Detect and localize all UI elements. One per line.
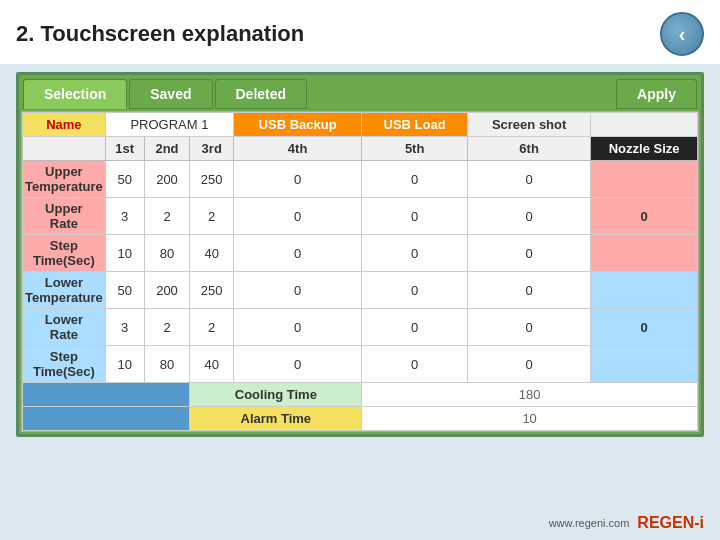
lower-step-nozzle [591,346,698,383]
upper-temp-1[interactable]: 50 [105,161,144,198]
lower-rate-4[interactable]: 0 [233,309,361,346]
footer: www.regeni.com REGEN-i [549,514,704,532]
upper-step-label: StepTime(Sec) [23,235,106,272]
back-arrow-icon: ‹ [679,23,686,46]
table-outer: Selection Saved Deleted Apply Name PROGR… [16,72,704,437]
upper-step-3[interactable]: 40 [190,235,234,272]
upper-rate-row: UpperRate 3 2 2 0 0 0 0 [23,198,698,235]
lower-rate-5[interactable]: 0 [362,309,468,346]
usb-load-button[interactable]: USB Load [362,113,468,137]
tab-deleted[interactable]: Deleted [215,79,308,109]
upper-temp-5[interactable]: 0 [362,161,468,198]
lower-step-label: StepTime(Sec) [23,346,106,383]
program-name: PROGRAM 1 [105,113,233,137]
upper-temp-6[interactable]: 0 [468,161,591,198]
upper-step-2[interactable]: 80 [144,235,190,272]
upper-rate-3[interactable]: 2 [190,198,234,235]
lower-step-row: StepTime(Sec) 10 80 40 0 0 0 [23,346,698,383]
lower-temp-2[interactable]: 200 [144,272,190,309]
lower-rate-2[interactable]: 2 [144,309,190,346]
lower-temp-label: LowerTemperature [23,272,106,309]
lower-rate-label: LowerRate [23,309,106,346]
lower-temp-nozzle [591,272,698,309]
upper-temp-label: UpperTemperature [23,161,106,198]
tab-apply[interactable]: Apply [616,79,697,109]
upper-rate-1[interactable]: 3 [105,198,144,235]
footer-url: www.regeni.com [549,517,630,529]
lower-rate-6[interactable]: 0 [468,309,591,346]
page-title: 2. Touchscreen explanation [16,21,304,47]
usb-backup-button[interactable]: USB Backup [233,113,361,137]
cooling-value[interactable]: 180 [362,383,698,407]
top-bar: 2. Touchscreen explanation ‹ [0,0,720,64]
lower-step-2[interactable]: 80 [144,346,190,383]
lower-rate-3[interactable]: 2 [190,309,234,346]
lower-rate-row: LowerRate 3 2 2 0 0 0 0 [23,309,698,346]
lower-rate-1[interactable]: 3 [105,309,144,346]
page-container: 2. Touchscreen explanation ‹ Selection S… [0,0,720,540]
lower-temp-row: LowerTemperature 50 200 250 0 0 0 [23,272,698,309]
upper-step-4[interactable]: 0 [233,235,361,272]
col-2nd: 2nd [144,137,190,161]
lower-temp-6[interactable]: 0 [468,272,591,309]
upper-rate-4[interactable]: 0 [233,198,361,235]
header-row: 1st 2nd 3rd 4th 5th 6th Nozzle Size [23,137,698,161]
lower-step-5[interactable]: 0 [362,346,468,383]
lower-rate-nozzle: 0 [591,309,698,346]
nozzle-size-header: Nozzle Size [591,137,698,161]
upper-step-6[interactable]: 0 [468,235,591,272]
cooling-label: Cooling Time [190,383,362,407]
col-1st: 1st [105,137,144,161]
upper-temp-4[interactable]: 0 [233,161,361,198]
upper-temp-nozzle [591,161,698,198]
lower-temp-1[interactable]: 50 [105,272,144,309]
screenshot-button[interactable]: Screen shot [468,113,591,137]
alarm-label: Alarm Time [190,407,362,431]
upper-rate-nozzle: 0 [591,198,698,235]
upper-step-row: StepTime(Sec) 10 80 40 0 0 0 [23,235,698,272]
tab-row: Selection Saved Deleted Apply [19,75,701,109]
upper-rate-2[interactable]: 2 [144,198,190,235]
upper-temp-row: UpperTemperature 50 200 250 0 0 0 [23,161,698,198]
upper-rate-label: UpperRate [23,198,106,235]
tab-saved[interactable]: Saved [129,79,212,109]
name-label: Name [23,113,106,137]
name-row: Name PROGRAM 1 USB Backup USB Load Scree… [23,113,698,137]
col-4th: 4th [233,137,361,161]
lower-step-3[interactable]: 40 [190,346,234,383]
upper-step-1[interactable]: 10 [105,235,144,272]
inner-table: Name PROGRAM 1 USB Backup USB Load Scree… [21,111,699,432]
upper-temp-2[interactable]: 200 [144,161,190,198]
col-5th: 5th [362,137,468,161]
alarm-value[interactable]: 10 [362,407,698,431]
col-6th: 6th [468,137,591,161]
alarm-empty [23,407,190,431]
lower-step-1[interactable]: 10 [105,346,144,383]
upper-step-5[interactable]: 0 [362,235,468,272]
alarm-row: Alarm Time 10 [23,407,698,431]
tab-selection[interactable]: Selection [23,79,127,109]
upper-step-nozzle [591,235,698,272]
upper-rate-6[interactable]: 0 [468,198,591,235]
lower-step-4[interactable]: 0 [233,346,361,383]
empty-header [23,137,106,161]
cooling-row: Cooling Time 180 [23,383,698,407]
lower-temp-5[interactable]: 0 [362,272,468,309]
back-button[interactable]: ‹ [660,12,704,56]
cooling-empty [23,383,190,407]
lower-step-6[interactable]: 0 [468,346,591,383]
lower-temp-4[interactable]: 0 [233,272,361,309]
logo: REGEN-i [637,514,704,532]
upper-temp-3[interactable]: 250 [190,161,234,198]
main-content: Selection Saved Deleted Apply Name PROGR… [0,64,720,445]
upper-rate-5[interactable]: 0 [362,198,468,235]
lower-temp-3[interactable]: 250 [190,272,234,309]
col-3rd: 3rd [190,137,234,161]
